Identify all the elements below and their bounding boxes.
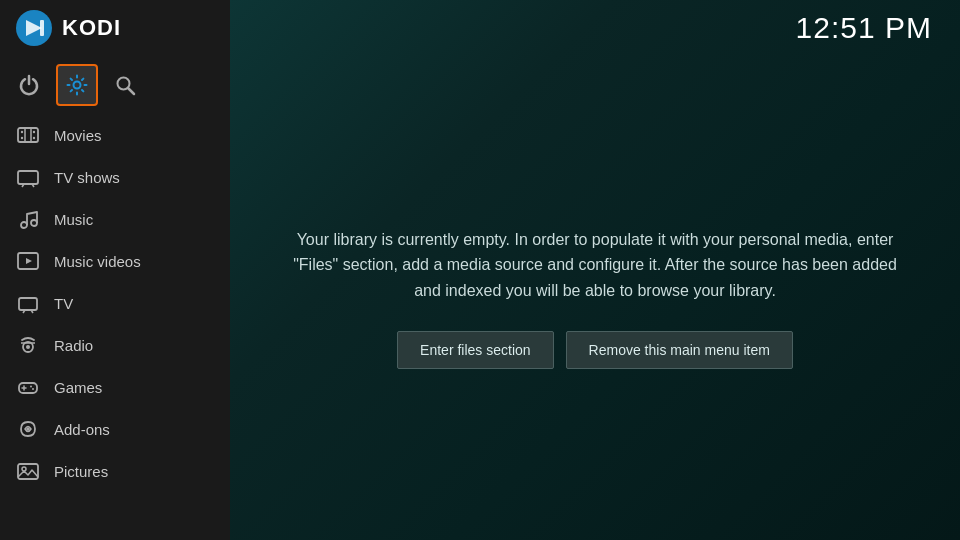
pictures-icon [16, 459, 40, 483]
svg-point-24 [26, 345, 30, 349]
search-button[interactable] [104, 64, 146, 106]
svg-point-3 [74, 82, 81, 89]
sidebar-icon-bar [0, 56, 230, 114]
svg-rect-6 [18, 128, 38, 142]
svg-point-30 [32, 388, 34, 390]
svg-line-5 [128, 88, 134, 94]
sidebar-header: KODI [0, 0, 230, 56]
svg-marker-19 [26, 258, 32, 264]
svg-point-31 [26, 427, 30, 431]
power-icon [18, 74, 40, 96]
svg-point-10 [33, 137, 35, 139]
power-button[interactable] [8, 64, 50, 106]
sidebar-item-tv-shows[interactable]: TV shows [0, 156, 230, 198]
svg-rect-32 [18, 464, 38, 479]
sidebar-item-tv-shows-label: TV shows [54, 169, 120, 186]
settings-icon [66, 74, 88, 96]
sidebar: KODI [0, 0, 230, 540]
sidebar-item-tv-label: TV [54, 295, 73, 312]
svg-point-8 [21, 137, 23, 139]
svg-point-17 [31, 220, 37, 226]
add-ons-icon [16, 417, 40, 441]
kodi-logo-icon [16, 10, 52, 46]
search-icon [114, 74, 136, 96]
sidebar-item-add-ons-label: Add-ons [54, 421, 110, 438]
music-icon [16, 207, 40, 231]
svg-rect-2 [40, 20, 44, 36]
svg-point-29 [30, 386, 32, 388]
sidebar-item-music-videos[interactable]: Music videos [0, 240, 230, 282]
sidebar-item-games[interactable]: Games [0, 366, 230, 408]
music-videos-icon [16, 249, 40, 273]
sidebar-item-music-label: Music [54, 211, 93, 228]
sidebar-item-games-label: Games [54, 379, 102, 396]
action-buttons: Enter files section Remove this main men… [397, 331, 793, 369]
sidebar-item-add-ons[interactable]: Add-ons [0, 408, 230, 450]
enter-files-button[interactable]: Enter files section [397, 331, 554, 369]
top-bar: 12:51 PM [230, 0, 960, 56]
sidebar-item-movies[interactable]: Movies [0, 114, 230, 156]
svg-rect-20 [19, 298, 37, 310]
sidebar-item-music-videos-label: Music videos [54, 253, 141, 270]
empty-library-message: Your library is currently empty. In orde… [290, 227, 900, 304]
sidebar-item-radio[interactable]: Radio [0, 324, 230, 366]
radio-icon [16, 333, 40, 357]
main-content: 12:51 PM Your library is currently empty… [230, 0, 960, 540]
sidebar-item-music[interactable]: Music [0, 198, 230, 240]
remove-menu-item-button[interactable]: Remove this main menu item [566, 331, 793, 369]
sidebar-item-tv[interactable]: TV [0, 282, 230, 324]
svg-rect-13 [18, 171, 38, 184]
movies-icon [16, 123, 40, 147]
tv-icon [16, 291, 40, 315]
svg-point-7 [21, 131, 23, 133]
content-area: Your library is currently empty. In orde… [230, 56, 960, 540]
sidebar-item-radio-label: Radio [54, 337, 93, 354]
clock-display: 12:51 PM [796, 11, 932, 45]
sidebar-item-pictures[interactable]: Pictures [0, 450, 230, 492]
games-icon [16, 375, 40, 399]
sidebar-item-pictures-label: Pictures [54, 463, 108, 480]
settings-button[interactable] [56, 64, 98, 106]
kodi-title: KODI [62, 15, 121, 41]
nav-menu: Movies TV shows Music [0, 114, 230, 540]
tv-shows-icon [16, 165, 40, 189]
sidebar-item-movies-label: Movies [54, 127, 102, 144]
svg-point-9 [33, 131, 35, 133]
